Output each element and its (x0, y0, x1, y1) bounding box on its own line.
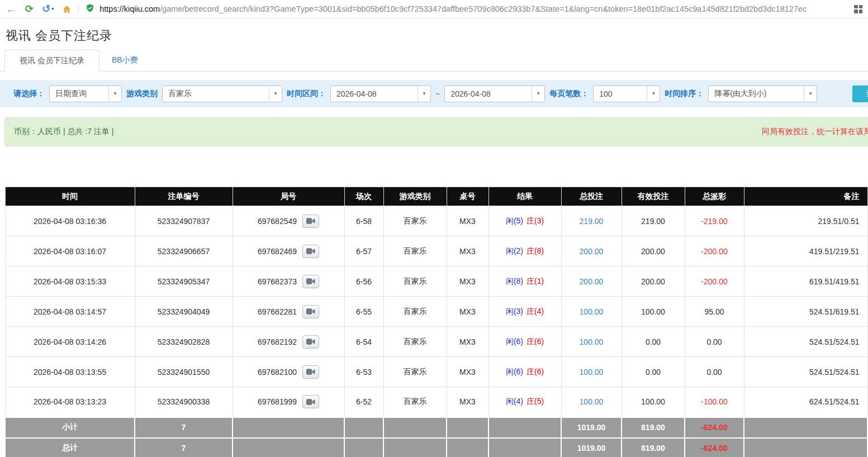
cell-game-type: 百家乐 (383, 387, 447, 417)
page-size-select[interactable]: 100 ▼ (593, 85, 660, 102)
cell-payout: 0.00 (685, 327, 744, 357)
subtotal-row-cell-2 (233, 417, 344, 438)
subtotal-row-cell-6 (488, 417, 561, 438)
total-row-cell-0: 总计 (5, 438, 135, 457)
record-row: 2026-04-08 03:15:33523324905347697682373… (5, 266, 867, 297)
total-row: 总计71019.00819.00-624.00 (5, 438, 867, 457)
video-replay-button[interactable] (302, 365, 319, 379)
cell-round-id: 697681999 (233, 387, 344, 417)
date-from-input[interactable]: 2026-04-08 ▼ (330, 85, 431, 102)
cell-valid-bet: 0.00 (622, 357, 685, 387)
refresh-icon[interactable]: ⟳ (25, 4, 34, 14)
query-mode-select[interactable]: 日期查询 ▼ (49, 85, 122, 102)
cell-game-type: 百家乐 (383, 327, 447, 357)
back-icon[interactable]: ← (6, 3, 17, 15)
cell-result: 闲(4)庄(5) (488, 387, 561, 417)
cell-time: 2026-04-08 03:13:23 (5, 387, 135, 417)
cell-time: 2026-04-08 03:14:57 (5, 297, 135, 327)
cell-total-bet[interactable]: 100.00 (561, 387, 622, 417)
chevron-down-icon: ▼ (804, 86, 817, 102)
cell-table-no: MX3 (447, 236, 488, 266)
home-icon[interactable] (62, 4, 72, 14)
column-header-5: 桌号 (447, 187, 488, 206)
cell-result: 闲(5)庄(3) (488, 206, 561, 236)
cell-total-bet[interactable]: 100.00 (561, 357, 622, 387)
date-range-label: 时间区间： (287, 89, 326, 99)
cell-game-type: 百家乐 (383, 266, 447, 297)
subtotal-row-cell-7: 1019.00 (561, 417, 622, 438)
apps-grid-icon[interactable] (854, 5, 862, 13)
cell-result: 闲(3)庄(4) (488, 297, 561, 327)
date-to-input[interactable]: 2026-04-08 ▼ (444, 85, 545, 102)
cell-note: 524.51/524.51 (744, 327, 867, 357)
video-replay-button[interactable] (302, 215, 319, 228)
game-type-select[interactable]: 百家乐 ▼ (162, 85, 282, 102)
total-row-cell-3 (344, 438, 383, 457)
tab-bb-tip[interactable]: BB小费 (99, 50, 150, 71)
cell-session: 6-53 (344, 357, 383, 387)
page-size-value: 100 (594, 89, 647, 98)
video-replay-button[interactable] (302, 275, 319, 288)
tab-bet-records[interactable]: 视讯 会员下注纪录 (4, 50, 99, 72)
sort-order-select[interactable]: 降幂(由大到小) ▼ (708, 85, 817, 102)
cell-total-bet[interactable]: 200.00 (561, 236, 622, 266)
cell-total-bet[interactable]: 100.00 (561, 327, 622, 357)
cell-bet-id: 523324900338 (135, 387, 233, 417)
cell-note: 524.51/524.51 (744, 357, 867, 387)
total-row-cell-6 (488, 438, 561, 457)
cell-total-bet[interactable]: 100.00 (561, 297, 622, 327)
sort-order-label: 时间排序： (665, 89, 704, 99)
video-replay-button[interactable] (302, 305, 319, 318)
subtotal-row-cell-1: 7 (135, 417, 233, 438)
cell-total-bet[interactable]: 219.00 (561, 206, 622, 236)
address-bar[interactable]: https://kiqiiu.com/game/betrecord_search… (86, 3, 848, 15)
result-player: 闲(3) (506, 307, 523, 316)
sort-order-value: 降幂(由大到小) (709, 89, 804, 99)
column-header-0: 时间 (5, 187, 135, 206)
summary-notice: 同局有效投注，统一计算在该局 (762, 127, 868, 137)
search-button[interactable]: 查询 (852, 85, 868, 102)
column-header-6: 结果 (488, 187, 561, 206)
total-row-cell-10 (744, 438, 867, 457)
cell-round-id: 697682100 (233, 357, 344, 387)
cell-time: 2026-04-08 03:15:33 (5, 266, 135, 297)
subtotal-row-cell-5 (447, 417, 488, 438)
cell-game-type: 百家乐 (383, 206, 447, 236)
cell-session: 6-58 (344, 206, 383, 236)
total-row-cell-9: -624.00 (685, 438, 744, 457)
round-id-text: 697682192 (258, 337, 297, 346)
cell-valid-bet: 100.00 (622, 387, 685, 417)
video-replay-button[interactable] (302, 395, 319, 408)
cell-payout: 95.00 (685, 297, 744, 327)
cell-total-bet[interactable]: 200.00 (561, 266, 622, 297)
result-player: 闲(2) (506, 246, 523, 255)
undo-icon[interactable]: ↺▾ (42, 4, 54, 14)
cell-session: 6-54 (344, 327, 383, 357)
cell-table-no: MX3 (447, 327, 488, 357)
result-banker: 庄(6) (527, 337, 544, 346)
cell-note: 219.51/0.51 (744, 206, 867, 236)
security-shield-icon (86, 3, 94, 15)
cell-bet-id: 523324902828 (135, 327, 233, 357)
table-body: 2026-04-08 03:16:36523324907837697682549… (5, 206, 867, 417)
cell-time: 2026-04-08 03:13:55 (5, 357, 135, 387)
result-player: 闲(8) (506, 277, 523, 285)
video-replay-button[interactable] (302, 245, 319, 258)
cell-round-id: 697682281 (233, 297, 344, 327)
cell-bet-id: 523324905347 (135, 266, 233, 297)
filter-bar: 请选择： 日期查询 ▼ 游戏类别 百家乐 ▼ 时间区间： 2026-04-08 … (0, 80, 868, 107)
total-row-cell-8: 819.00 (622, 438, 685, 457)
cell-round-id: 697682469 (233, 236, 344, 266)
tab-bar: 视讯 会员下注纪录 BB小费 (0, 50, 868, 72)
cell-bet-id: 523324904049 (135, 297, 233, 327)
total-row-cell-2 (233, 438, 344, 457)
result-player: 闲(4) (506, 397, 523, 406)
date-to-value: 2026-04-08 (445, 89, 532, 98)
cell-result: 闲(6)庄(6) (488, 357, 561, 387)
video-replay-button[interactable] (302, 335, 319, 349)
result-player: 闲(6) (506, 337, 523, 346)
record-row: 2026-04-08 03:16:07523324906657697682469… (5, 236, 867, 266)
cell-time: 2026-04-08 03:14:26 (5, 327, 135, 357)
cell-payout: -100.00 (685, 387, 744, 417)
table-header-row: 时间注单编号局号场次游戏类别桌号结果总投注有效投注总派彩备注 (5, 187, 867, 206)
